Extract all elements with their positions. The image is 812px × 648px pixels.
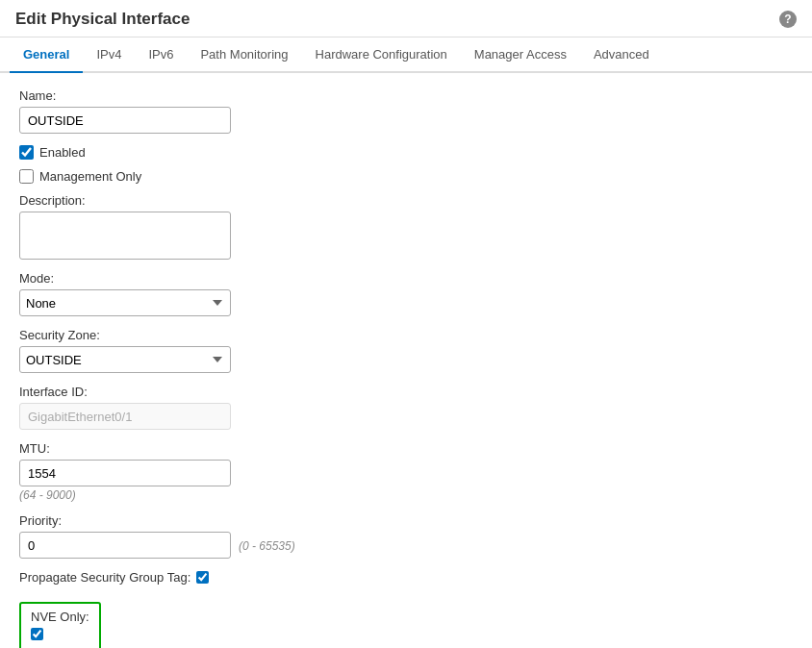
dialog-header: Edit Physical Interface ? <box>0 0 812 37</box>
interface-id-label: Interface ID: <box>19 385 793 399</box>
mode-group: Mode: None Passive Inline Tap <box>19 271 793 316</box>
priority-label: Priority: <box>19 513 793 528</box>
tab-hardware-configuration[interactable]: Hardware Configuration <box>302 37 461 73</box>
management-only-label: Management Only <box>39 169 141 184</box>
tab-ipv4[interactable]: IPv4 <box>83 37 135 73</box>
name-label: Name: <box>19 88 793 103</box>
propagate-label: Propagate Security Group Tag: <box>19 570 190 585</box>
nve-only-label: NVE Only: <box>31 610 89 624</box>
mode-select[interactable]: None Passive Inline Tap <box>19 289 231 316</box>
tab-manager-access[interactable]: Manager Access <box>461 37 580 73</box>
priority-group: Priority: (0 - 65535) <box>19 513 793 559</box>
enabled-label: Enabled <box>39 145 86 160</box>
help-icon[interactable]: ? <box>779 11 797 28</box>
name-input[interactable] <box>19 107 231 134</box>
mode-label: Mode: <box>19 271 793 286</box>
mtu-label: MTU: <box>19 441 793 456</box>
tab-path-monitoring[interactable]: Path Monitoring <box>187 37 301 73</box>
enabled-checkbox[interactable] <box>19 145 34 160</box>
description-label: Description: <box>19 193 793 208</box>
security-zone-label: Security Zone: <box>19 328 793 342</box>
nve-only-section: NVE Only: <box>19 602 101 648</box>
interface-id-group: Interface ID: GigabitEthernet0/1 <box>19 385 793 430</box>
tab-general[interactable]: General <box>10 37 83 73</box>
dialog-title: Edit Physical Interface <box>15 10 190 29</box>
mtu-input[interactable] <box>19 460 231 486</box>
priority-hint: (0 - 65535) <box>239 539 295 553</box>
security-zone-select[interactable]: OUTSIDE INSIDE DMZ <box>19 346 231 373</box>
form-content: Name: Enabled Management Only Descriptio… <box>0 73 812 648</box>
mtu-hint: (64 - 9000) <box>19 488 793 502</box>
edit-physical-interface-dialog: Edit Physical Interface ? General IPv4 I… <box>0 0 812 648</box>
tab-ipv6[interactable]: IPv6 <box>135 37 187 73</box>
security-zone-group: Security Zone: OUTSIDE INSIDE DMZ <box>19 328 793 373</box>
description-group: Description: <box>19 193 793 260</box>
propagate-checkbox[interactable] <box>196 571 209 584</box>
enabled-row: Enabled <box>19 145 793 160</box>
mtu-group: MTU: (64 - 9000) <box>19 441 793 502</box>
propagate-row: Propagate Security Group Tag: <box>19 570 793 585</box>
description-input[interactable] <box>19 212 231 260</box>
name-group: Name: <box>19 88 793 134</box>
tabs-bar: General IPv4 IPv6 Path Monitoring Hardwa… <box>0 37 812 73</box>
management-only-row: Management Only <box>19 169 793 184</box>
priority-input[interactable] <box>19 532 231 559</box>
tab-advanced[interactable]: Advanced <box>580 37 663 73</box>
nve-only-checkbox[interactable] <box>31 628 43 640</box>
interface-id-value: GigabitEthernet0/1 <box>19 403 231 430</box>
management-only-checkbox[interactable] <box>19 169 34 184</box>
